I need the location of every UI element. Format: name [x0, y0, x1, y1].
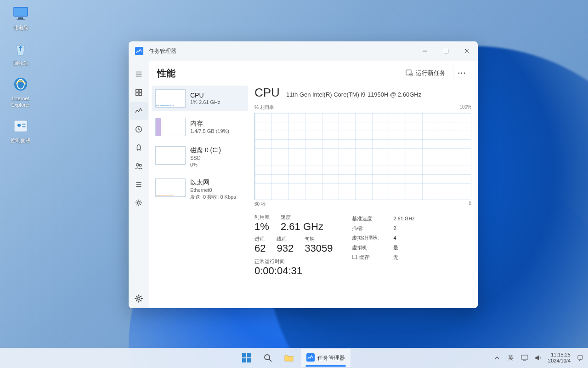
kv-key: 虚拟机:: [352, 243, 383, 253]
sidebar-card-sub2: 0%: [190, 161, 221, 168]
svg-rect-8: [23, 124, 26, 125]
detail-heading: CPU: [254, 86, 280, 100]
window-title: 任务管理器: [149, 47, 176, 55]
hamburger-button[interactable]: [130, 65, 148, 83]
svg-line-23: [137, 150, 138, 151]
svg-rect-9: [23, 126, 26, 127]
recycle-icon: [11, 39, 30, 58]
tray-time: 11:15:25: [548, 352, 571, 358]
control-panel-icon: [11, 116, 30, 136]
nav-app-history[interactable]: [130, 121, 148, 138]
svg-point-7: [17, 124, 21, 127]
uptime-label: 正常运行时间: [254, 258, 333, 265]
kv-key: 虚拟处理器:: [352, 233, 383, 243]
nav-processes[interactable]: [130, 84, 148, 101]
svg-point-26: [139, 164, 141, 167]
svg-rect-19: [139, 90, 141, 92]
y-axis-max: 100%: [459, 104, 471, 111]
svg-point-31: [137, 297, 140, 299]
taskbar-search-button[interactable]: [259, 349, 277, 367]
page-title: 性能: [157, 67, 175, 80]
taskbar-app-task-manager[interactable]: 任务管理器: [301, 349, 351, 367]
util-value: 1%: [254, 221, 270, 233]
desktop-icon-recycle-bin[interactable]: 回收站: [2, 39, 39, 66]
run-new-task-button[interactable]: 运行新任务: [401, 66, 450, 80]
desktop-icon-label: 回收站: [13, 60, 28, 66]
net-thumb: [155, 178, 186, 197]
x-axis-right: 0: [469, 201, 471, 207]
desktop-icon-control-panel[interactable]: 控制面板: [2, 116, 39, 144]
kv-val: 4: [393, 233, 396, 243]
tray-notifications-icon[interactable]: [576, 354, 584, 362]
nav-settings[interactable]: [130, 290, 148, 307]
svg-point-44: [265, 355, 270, 360]
sidebar-card-sub2: 发送: 0 接收: 0 Kbps: [190, 194, 236, 201]
sidebar-card-sub: 1% 2.61 GHz: [190, 99, 220, 106]
kv-key: 基准速度:: [352, 214, 383, 224]
kv-key: L1 缓存:: [352, 253, 383, 262]
taskbar-app-label: 任务管理器: [317, 354, 345, 362]
tray-ime[interactable]: 英: [507, 354, 515, 362]
nav-details[interactable]: [130, 176, 148, 193]
sidebar-card-disk[interactable]: 磁盘 0 (C:) SSD 0%: [152, 143, 248, 172]
sidebar-card-ethernet[interactable]: 以太网 Ethernet0 发送: 0 接收: 0 Kbps: [152, 175, 248, 204]
taskbar-explorer-button[interactable]: [280, 349, 298, 367]
resource-sidebar: CPU 1% 2.61 GHz 内存 1.4/7.5 GB (19%): [152, 86, 248, 302]
kv-val: 无: [393, 253, 398, 262]
task-manager-icon: [135, 47, 143, 55]
sidebar-card-title: 磁盘 0 (C:): [190, 146, 221, 155]
svg-point-25: [136, 164, 139, 166]
maximize-button[interactable]: [435, 41, 457, 61]
tray-chevron-up-icon[interactable]: [493, 354, 501, 362]
disk-thumb: [155, 146, 186, 165]
sidebar-card-title: 以太网: [190, 178, 236, 187]
monitor-icon: [11, 4, 30, 23]
sidebar-card-cpu[interactable]: CPU 1% 2.61 GHz: [152, 86, 248, 111]
nav-rail: [129, 61, 149, 308]
tray-volume-icon[interactable]: [534, 354, 543, 362]
memory-thumb: [155, 118, 186, 136]
tray-monitor-icon[interactable]: [520, 354, 529, 362]
sidebar-card-memory[interactable]: 内存 1.4/7.5 GB (19%): [152, 114, 248, 140]
svg-rect-47: [521, 355, 528, 359]
kv-val: 是: [393, 243, 398, 253]
nav-startup[interactable]: [130, 139, 148, 156]
sidebar-card-sub: Ethernet0: [190, 187, 236, 194]
nav-performance[interactable]: [130, 102, 148, 120]
kv-val: 2.61 GHz: [393, 214, 414, 224]
x-axis-left: 60 秒: [254, 201, 266, 207]
proc-label: 进程: [254, 236, 266, 242]
ie-icon: [11, 75, 30, 94]
tray-clock[interactable]: 11:15:25 2024/10/4: [548, 352, 571, 363]
titlebar[interactable]: 任务管理器: [129, 41, 478, 61]
run-new-task-label: 运行新任务: [416, 69, 446, 77]
svg-rect-3: [17, 19, 25, 20]
sidebar-card-title: 内存: [190, 120, 229, 128]
svg-line-45: [269, 359, 271, 362]
start-button[interactable]: [237, 349, 256, 367]
kv-val: 2: [393, 224, 396, 233]
svg-rect-41: [247, 353, 251, 357]
svg-rect-2: [18, 17, 23, 19]
handles-label: 句柄: [305, 236, 333, 242]
desktop-icon-ie[interactable]: Internet Explorer: [2, 75, 39, 108]
taskbar: 任务管理器 英 11:15:25 2024/10/4: [0, 348, 588, 368]
svg-rect-18: [136, 90, 138, 92]
util-label: 利用率: [254, 214, 270, 221]
nav-users[interactable]: [130, 157, 148, 175]
svg-rect-40: [242, 353, 246, 357]
svg-rect-21: [139, 93, 141, 95]
svg-rect-12: [444, 49, 448, 53]
more-options-button[interactable]: [453, 66, 469, 80]
proc-value: 62: [254, 242, 266, 254]
minimize-button[interactable]: [414, 41, 435, 61]
svg-point-36: [458, 73, 459, 74]
handles-value: 33059: [305, 242, 333, 254]
close-button[interactable]: [457, 41, 478, 61]
nav-services[interactable]: [130, 194, 148, 212]
svg-rect-42: [242, 358, 246, 362]
sidebar-card-sub: 1.4/7.5 GB (19%): [190, 128, 229, 135]
speed-label: 速度: [281, 214, 323, 221]
desktop-icon-this-pc[interactable]: 此电脑: [2, 4, 39, 31]
svg-rect-1: [14, 8, 27, 16]
